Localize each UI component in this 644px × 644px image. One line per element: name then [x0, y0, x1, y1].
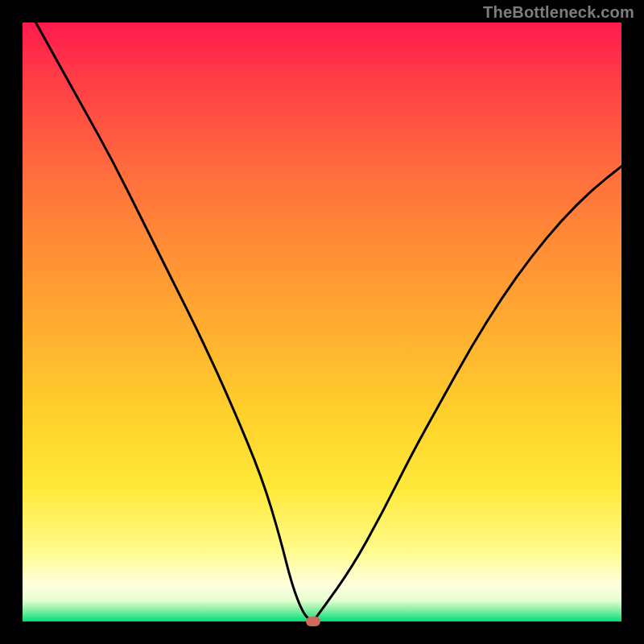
outer-frame: TheBottleneck.com [0, 0, 644, 644]
bottleneck-curve [23, 23, 621, 621]
optimal-marker-icon [306, 617, 320, 626]
plot-area [23, 23, 621, 621]
watermark-text: TheBottleneck.com [483, 3, 634, 22]
